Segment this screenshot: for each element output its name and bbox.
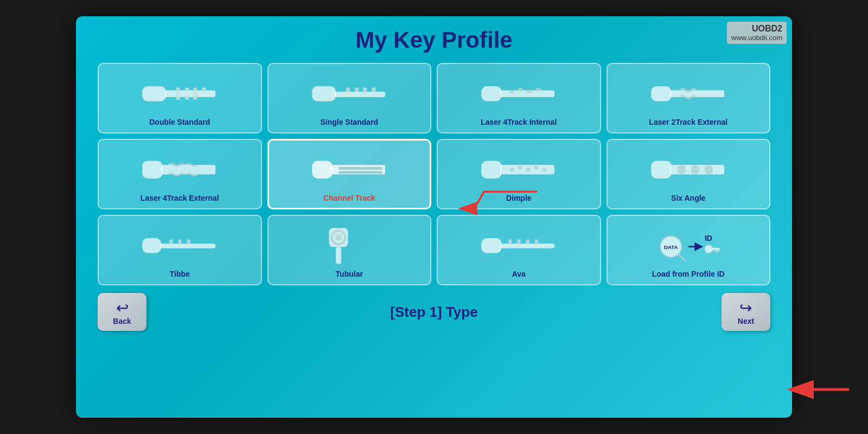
back-arrow-icon: ↩ xyxy=(116,299,129,317)
label-channel-track: Channel Track xyxy=(323,194,375,202)
svg-point-20 xyxy=(536,88,541,91)
label-load-profile-id: Load from Profile ID xyxy=(652,270,725,278)
svg-line-59 xyxy=(679,254,685,260)
svg-rect-23 xyxy=(143,161,163,178)
svg-rect-8 xyxy=(193,93,197,99)
key-btn-dimple[interactable]: Dimple xyxy=(437,139,601,209)
bottom-bar: ↩ Back [Step 1] Type ↪ Next xyxy=(92,293,776,331)
svg-point-32 xyxy=(518,165,522,170)
svg-rect-44 xyxy=(178,239,182,245)
label-ava: Ava xyxy=(512,270,526,278)
label-dimple: Dimple xyxy=(506,194,532,202)
watermark: UOBD2 www.uobdii.com xyxy=(727,22,787,44)
svg-rect-11 xyxy=(346,87,350,93)
svg-rect-21 xyxy=(651,86,672,101)
label-tibbe: Tibbe xyxy=(170,270,190,278)
label-laser-2track-external: Laser 2Track External xyxy=(649,118,727,126)
svg-point-19 xyxy=(527,90,532,93)
svg-rect-1 xyxy=(165,90,216,97)
svg-rect-54 xyxy=(518,239,521,245)
key-icon-ava xyxy=(441,223,597,266)
step-text: [Step 1] Type xyxy=(390,304,477,321)
svg-rect-64 xyxy=(717,250,719,252)
key-btn-single-standard[interactable]: Single Standard xyxy=(267,63,432,133)
svg-rect-28 xyxy=(339,171,382,174)
key-btn-laser-2track-external[interactable]: Laser 2Track External xyxy=(607,63,771,133)
svg-rect-14 xyxy=(372,87,376,92)
key-icon-double-standard xyxy=(102,71,258,114)
key-icon-tibbe xyxy=(102,223,258,266)
svg-rect-47 xyxy=(336,247,341,264)
key-btn-tibbe[interactable]: Tibbe xyxy=(98,215,262,285)
svg-rect-55 xyxy=(526,239,529,244)
svg-rect-0 xyxy=(143,86,167,101)
key-btn-laser-4track-internal[interactable]: Laser 4Track Internal xyxy=(437,63,601,133)
key-icon-channel-track xyxy=(272,147,427,190)
label-six-angle: Six Angle xyxy=(671,194,705,202)
next-label: Next xyxy=(738,317,754,326)
label-single-standard: Single Standard xyxy=(320,118,378,126)
svg-rect-56 xyxy=(535,239,538,245)
svg-point-49 xyxy=(335,234,342,241)
svg-rect-43 xyxy=(170,239,173,245)
svg-rect-10 xyxy=(334,92,385,97)
svg-rect-50 xyxy=(333,230,336,233)
svg-rect-52 xyxy=(501,244,555,248)
svg-rect-51 xyxy=(482,238,502,253)
next-button[interactable]: ↪ Next xyxy=(722,293,770,331)
svg-rect-25 xyxy=(312,161,333,178)
label-tubular: Tubular xyxy=(336,270,363,278)
svg-rect-22 xyxy=(670,90,724,97)
key-type-grid: Double Standard Single Standard xyxy=(98,63,770,285)
key-btn-laser-4track-external[interactable]: Laser 4Track External xyxy=(98,139,262,209)
next-arrow-icon: ↪ xyxy=(739,299,752,317)
label-double-standard: Double Standard xyxy=(149,118,210,126)
svg-point-35 xyxy=(542,168,547,172)
key-icon-laser-2track-external xyxy=(611,71,767,114)
key-btn-load-profile-id[interactable]: DATA ID xyxy=(607,215,771,285)
svg-point-62 xyxy=(705,245,713,253)
svg-rect-12 xyxy=(355,87,359,92)
svg-text:ID: ID xyxy=(705,234,712,242)
svg-rect-63 xyxy=(712,247,720,250)
key-btn-double-standard[interactable]: Double Standard xyxy=(98,63,262,133)
svg-point-17 xyxy=(509,90,515,93)
key-btn-tubular[interactable]: Tubular xyxy=(267,215,432,285)
svg-rect-27 xyxy=(339,167,382,169)
svg-rect-29 xyxy=(482,161,502,178)
key-btn-ava[interactable]: Ava xyxy=(437,215,601,285)
main-screen: UOBD2 www.uobdii.com My Key Profile xyxy=(76,16,792,418)
svg-rect-41 xyxy=(143,238,162,253)
svg-text:DATA: DATA xyxy=(664,244,678,250)
svg-rect-13 xyxy=(363,87,367,93)
label-laser-4track-internal: Laser 4Track Internal xyxy=(481,118,557,126)
key-icon-tubular xyxy=(272,223,427,266)
label-laser-4track-external: Laser 4Track External xyxy=(141,194,219,202)
page-title: My Key Profile xyxy=(92,27,776,53)
brand-name: UOBD2 xyxy=(731,24,782,34)
svg-rect-36 xyxy=(651,161,672,178)
key-icon-laser-4track-internal xyxy=(441,71,597,114)
svg-marker-40 xyxy=(705,165,713,175)
svg-point-33 xyxy=(526,168,531,172)
svg-rect-9 xyxy=(312,86,336,101)
svg-rect-6 xyxy=(176,94,181,100)
svg-rect-5 xyxy=(202,87,207,92)
svg-rect-45 xyxy=(187,239,190,245)
brand-url: www.uobdii.com xyxy=(731,34,782,42)
svg-rect-65 xyxy=(715,250,717,252)
svg-rect-15 xyxy=(482,86,502,101)
svg-rect-7 xyxy=(185,95,189,100)
svg-point-34 xyxy=(534,165,539,170)
svg-rect-2 xyxy=(176,87,181,93)
svg-rect-3 xyxy=(185,87,189,92)
key-icon-dimple xyxy=(441,147,597,190)
svg-rect-53 xyxy=(509,239,512,244)
key-icon-load-profile-id: DATA ID xyxy=(611,223,767,266)
key-btn-six-angle[interactable]: Six Angle xyxy=(607,139,771,209)
svg-rect-4 xyxy=(193,87,197,93)
key-btn-channel-track[interactable]: Channel Track xyxy=(267,139,432,209)
back-button[interactable]: ↩ Back xyxy=(98,293,146,331)
key-icon-laser-4track-external xyxy=(102,147,258,190)
svg-marker-39 xyxy=(691,165,699,175)
